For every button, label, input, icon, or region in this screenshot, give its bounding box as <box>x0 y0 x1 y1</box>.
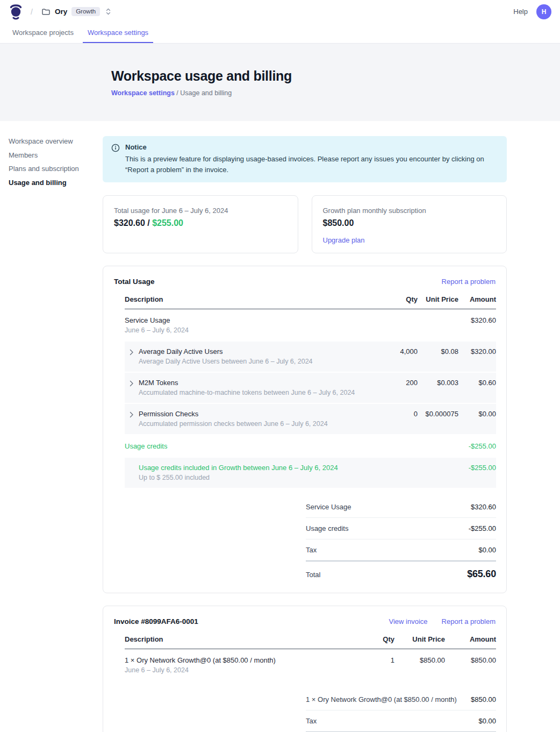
plan-subscription-card: Growth plan monthly subscription $850.00… <box>312 195 507 253</box>
page-header: Workspace usage and billing Workspace se… <box>0 44 560 121</box>
tab-workspace-projects[interactable]: Workspace projects <box>8 23 78 43</box>
table-row-usage-credits: Usage credits -$255.00 <box>125 435 496 458</box>
plan-badge: Growth <box>71 7 100 17</box>
usage-table-header: Description Qty Unit Price Amount <box>125 295 496 309</box>
table-row-invoice-line: 1 × Ory Network Growth@0 (at $850.00 / m… <box>125 649 496 681</box>
workspace-name: Ory <box>55 8 67 16</box>
expand-row-icon[interactable] <box>125 379 134 396</box>
breadcrumb-current: / Usage and billing <box>175 89 232 97</box>
summary-row-total: Total $65.60 <box>306 562 496 582</box>
upgrade-plan-link[interactable]: Upgrade plan <box>323 236 365 244</box>
total-usage-card-value: $320.60 / $255.00 <box>114 218 287 228</box>
invoice-report-problem-link[interactable]: Report a problem <box>442 617 496 626</box>
total-usage-panel: Total Usage Report a problem Description… <box>103 266 507 593</box>
sidebar-item-workspace-overview[interactable]: Workspace overview <box>9 138 103 145</box>
invoice-summary: 1 × Ory Network Growth@0 (at $850.00 / m… <box>306 689 496 732</box>
folder-icon <box>41 8 51 16</box>
usage-panel-title: Total Usage <box>114 278 155 286</box>
settings-sidebar: Workspace overview Members Plans and sub… <box>0 121 103 732</box>
table-row-usage-credits-included: Usage credits included in Growth between… <box>125 458 496 489</box>
usage-summary: Service Usage $320.60 Usage credits -$25… <box>306 496 496 582</box>
table-row-service-usage: Service Usage June 6 – July 6, 2024 $320… <box>125 309 496 342</box>
summary-row-invoice-line: 1 × Ory Network Growth@0 (at $850.00 / m… <box>306 689 496 710</box>
notice-title: Notice <box>125 143 498 151</box>
ory-logo-icon[interactable] <box>9 3 23 20</box>
workspace-switcher[interactable]: Ory Growth <box>41 7 111 17</box>
invoice-title: Invoice #8099AFA6-0001 <box>114 617 198 626</box>
table-row-permission-checks: Permission Checks Accumulated permission… <box>125 404 496 435</box>
sidebar-item-usage-and-billing[interactable]: Usage and billing <box>9 179 103 186</box>
total-usage-card-label: Total usage for June 6 – July 6, 2024 <box>114 207 287 215</box>
table-row-m2m-tokens: M2M Tokens Accumulated machine-to-machin… <box>125 373 496 404</box>
help-link[interactable]: Help <box>513 8 528 16</box>
notice-body: This is a preview feature for displaying… <box>125 154 498 175</box>
sidebar-item-members[interactable]: Members <box>9 152 103 159</box>
page-title: Workspace usage and billing <box>111 68 560 84</box>
breadcrumb-slash: / <box>31 8 33 16</box>
workspace-tabs: Workspace projects Workspace settings <box>0 23 560 44</box>
summary-row-tax: Tax $0.00 <box>306 710 496 732</box>
chevron-up-down-icon[interactable] <box>105 7 111 16</box>
top-bar: / Ory Growth Help H <box>0 0 560 23</box>
plan-card-value: $850.00 <box>323 218 496 228</box>
breadcrumb-settings-link[interactable]: Workspace settings <box>111 89 175 97</box>
total-usage-card: Total usage for June 6 – July 6, 2024 $3… <box>103 195 298 253</box>
invoice-panel: Invoice #8099AFA6-0001 View invoice Repo… <box>103 606 507 732</box>
expand-row-icon[interactable] <box>125 410 134 428</box>
info-icon <box>111 143 120 175</box>
sidebar-item-plans-and-subscription[interactable]: Plans and subscription <box>9 165 103 172</box>
tab-workspace-settings[interactable]: Workspace settings <box>83 23 153 43</box>
preview-notice: Notice This is a preview feature for dis… <box>103 136 507 182</box>
plan-card-label: Growth plan monthly subscription <box>323 207 496 215</box>
summary-row-tax: Tax $0.00 <box>306 539 496 562</box>
user-avatar[interactable]: H <box>536 4 551 19</box>
summary-row-usage-credits: Usage credits -$255.00 <box>306 518 496 539</box>
summary-row-service-usage: Service Usage $320.60 <box>306 496 496 518</box>
breadcrumb: Workspace settings / Usage and billing <box>111 89 560 97</box>
view-invoice-link[interactable]: View invoice <box>389 617 428 626</box>
usage-report-problem-link[interactable]: Report a problem <box>442 278 496 286</box>
usage-credit-value: $255.00 <box>152 218 183 228</box>
invoice-table-header: Description Qty Unit Price Amount <box>125 635 496 649</box>
expand-row-icon[interactable] <box>125 347 134 365</box>
table-row-average-daily-active-users: Average Daily Active Users Average Daily… <box>125 342 496 373</box>
